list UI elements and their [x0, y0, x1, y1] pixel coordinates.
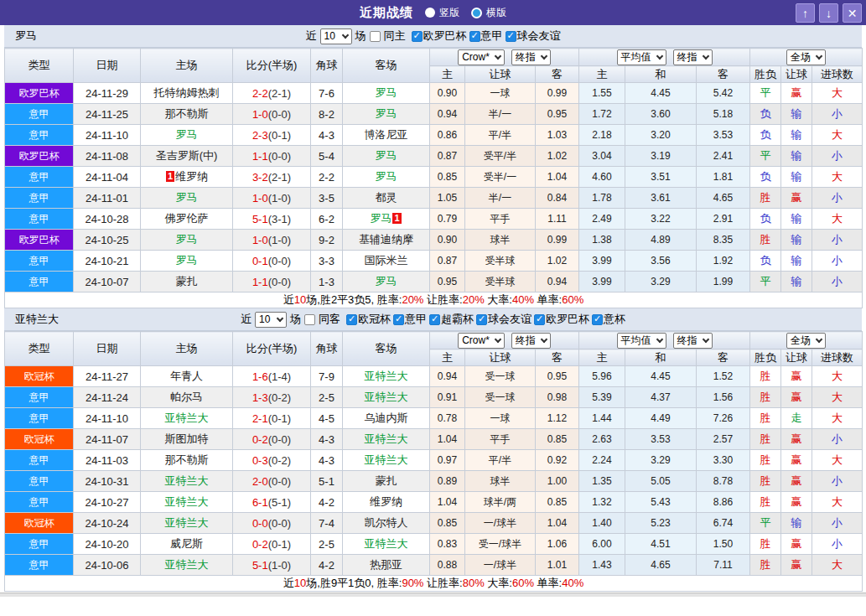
date-cell: 24-10-24: [74, 513, 141, 534]
final-odds-select-b[interactable]: 终指: [673, 49, 713, 65]
league-cell: 意甲: [5, 555, 74, 576]
fulltime-score: 2-0: [252, 475, 268, 488]
handicap-line-cell: 半/一: [465, 104, 536, 125]
away-team-cell: 罗马: [343, 167, 430, 188]
league-checkbox[interactable]: [469, 31, 480, 42]
move-down-button[interactable]: ↓: [819, 3, 838, 23]
away-team-name: 博洛尼亚: [365, 128, 408, 141]
league-label: 球会友谊: [517, 28, 561, 44]
summary-text: 60%: [562, 293, 583, 306]
home-team-name: 托特纳姆热刺: [154, 86, 220, 99]
corners-cell: 5-4: [311, 146, 343, 167]
avg-away-odds-cell: 6.74: [697, 513, 750, 534]
league-checkbox[interactable]: [476, 314, 487, 325]
radio-vertical[interactable]: 竖版: [425, 6, 459, 20]
league-checkbox[interactable]: [506, 31, 516, 42]
handicap-home-odds-cell: 0.83: [430, 534, 465, 555]
outcome-result-cell: 负: [750, 251, 781, 272]
date-cell: 24-11-03: [74, 450, 141, 471]
league-filter-item: 欧罗巴杯: [534, 312, 589, 327]
final-odds-select-a[interactable]: 终指: [511, 49, 551, 65]
handicap-home-odds-cell: 1.05: [430, 188, 465, 209]
same-venue-checkbox[interactable]: [304, 314, 315, 325]
match-count-select[interactable]: 10: [255, 312, 287, 328]
filter-bar: 近 10 场 同客 欧冠杯意甲超霸杯球会友谊欧罗巴杯意杯: [4, 312, 862, 328]
chevron-down-icon: [656, 52, 662, 59]
avg-home-odds-cell: 1.44: [579, 408, 625, 429]
date-cell: 24-11-24: [74, 387, 141, 408]
match-count-select[interactable]: 10: [320, 28, 352, 44]
move-up-button[interactable]: ↑: [796, 3, 815, 23]
handicap-away-odds-cell: 0.98: [536, 387, 579, 408]
sub-col-avg-draw: 和: [625, 66, 697, 83]
corners-cell: 4-2: [311, 492, 343, 513]
col-header-date: 日期: [74, 49, 141, 83]
home-team-cell: 年青人: [141, 366, 233, 387]
odds-company-select[interactable]: Crow*: [458, 49, 505, 65]
league-checkbox[interactable]: [412, 31, 423, 42]
halftime-score: (0-0): [268, 517, 291, 530]
league-cell: 意甲: [5, 188, 74, 209]
handicap-line-cell: 受一球: [465, 387, 536, 408]
odds-company-select[interactable]: Crow*: [458, 333, 505, 349]
away-team-cell: 亚特兰大: [343, 534, 430, 555]
halftime-score: (5-1): [268, 496, 291, 509]
goals-result-cell: 小: [812, 146, 863, 167]
col-header-type: 类型: [5, 332, 74, 366]
halftime-score: (1-0): [268, 192, 291, 204]
corners-cell: 3-5: [311, 188, 343, 209]
handicap-away-odds-cell: 1.00: [536, 471, 579, 492]
scope-select[interactable]: 全场: [786, 49, 826, 65]
handicap-line-cell: 受半球: [465, 272, 536, 292]
home-team-name: 罗马: [176, 254, 198, 267]
final-odds-select-b[interactable]: 终指: [673, 333, 713, 349]
away-team-name: 热那亚: [370, 558, 402, 571]
handicap-away-odds-cell: 0.95: [536, 366, 579, 387]
date-cell: 24-11-29: [74, 83, 141, 104]
score-cell: 0-1(0-0): [233, 251, 311, 272]
avg-home-odds-cell: 3.99: [579, 251, 625, 272]
handicap-result-cell: 赢: [781, 555, 812, 576]
matches-unit-label: 场: [355, 28, 366, 44]
fulltime-score: 5-1: [252, 559, 268, 572]
handicap-result-cell: 输: [781, 230, 812, 251]
handicap-home-odds-cell: 1.04: [430, 429, 465, 450]
col-header-score: 比分(半场): [233, 332, 311, 366]
final-odds-select-a[interactable]: 终指: [511, 333, 551, 349]
corners-cell: 4-3: [311, 125, 343, 146]
average-select[interactable]: 平均值: [617, 333, 666, 349]
goals-result-cell: 小: [812, 272, 863, 292]
league-checkbox[interactable]: [393, 314, 404, 325]
sub-col-avg-draw: 和: [625, 349, 697, 366]
halftime-score: (3-1): [268, 213, 291, 225]
close-button[interactable]: ✕: [843, 3, 862, 23]
outcome-result-cell: 胜: [750, 188, 781, 209]
radio-horizontal[interactable]: 横版: [471, 6, 506, 20]
result-group-header: 全场: [750, 49, 863, 66]
fulltime-score: 3-2: [252, 171, 268, 184]
handicap-result-cell: 赢: [781, 188, 812, 209]
average-select[interactable]: 平均值: [617, 49, 666, 65]
match-row: 意甲24-11-03那不勒斯0-3(0-2)4-3亚特兰大0.97平/半0.92…: [5, 450, 863, 471]
goals-result-cell: 大: [812, 83, 863, 104]
handicap-home-odds-cell: 0.97: [430, 450, 465, 471]
handicap-away-odds-cell: 0.92: [536, 450, 579, 471]
fulltime-score: 2-2: [252, 87, 268, 100]
goals-result-cell: 大: [812, 167, 863, 188]
col-header-away: 客场: [343, 49, 430, 83]
league-checkbox[interactable]: [429, 314, 440, 325]
league-checkbox[interactable]: [592, 314, 603, 325]
same-venue-checkbox[interactable]: [370, 31, 381, 42]
handicap-line-cell: 球半/两: [465, 492, 536, 513]
handicap-home-odds-cell: 0.87: [430, 251, 465, 272]
date-cell: 24-10-07: [74, 272, 141, 292]
away-team-name: 基辅迪纳摩: [359, 233, 413, 246]
scope-select[interactable]: 全场: [786, 333, 826, 349]
score-cell: 5-1(1-0): [233, 555, 311, 576]
league-checkbox[interactable]: [534, 314, 545, 325]
away-team-cell: 博洛尼亚: [343, 125, 430, 146]
league-checkbox[interactable]: [346, 314, 357, 325]
avg-draw-odds-cell: 3.56: [625, 251, 697, 272]
avg-draw-odds-cell: 4.37: [625, 387, 697, 408]
league-cell: 意甲: [5, 408, 74, 429]
